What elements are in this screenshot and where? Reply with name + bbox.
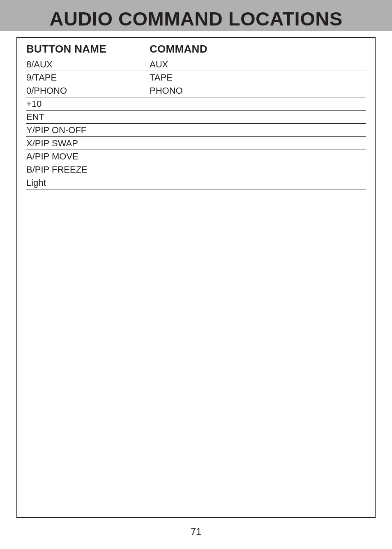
header-band: AUDIO COMMAND LOCATIONS	[0, 0, 392, 31]
table-row: +10	[26, 97, 366, 111]
table-row: X/PIP SWAP	[26, 137, 366, 150]
cell-button-name: A/PIP MOVE	[26, 151, 150, 162]
table-row: B/PIP FREEZE	[26, 163, 366, 176]
cell-command	[150, 112, 366, 122]
cell-button-name: 9/TAPE	[26, 72, 150, 83]
table-row: 9/TAPE TAPE	[26, 71, 366, 84]
table-row: 0/PHONO PHONO	[26, 84, 366, 97]
cell-command	[150, 151, 366, 162]
cell-command: PHONO	[150, 85, 366, 96]
table-header-row: BUTTON NAME COMMAND	[26, 43, 366, 55]
cell-command	[150, 138, 366, 149]
column-header-command: COMMAND	[150, 43, 366, 55]
content-frame: BUTTON NAME COMMAND 8/AUX AUX 9/TAPE TAP…	[16, 37, 376, 518]
cell-command: TAPE	[150, 72, 366, 83]
cell-command	[150, 99, 366, 109]
cell-command	[150, 178, 366, 188]
cell-button-name: +10	[26, 99, 150, 109]
page-number: 71	[0, 526, 392, 537]
cell-button-name: B/PIP FREEZE	[26, 164, 150, 175]
cell-command: AUX	[150, 59, 366, 70]
table-row: Light	[26, 176, 366, 189]
cell-button-name: ENT	[26, 112, 150, 122]
cell-button-name: Light	[26, 178, 150, 188]
cell-button-name: 0/PHONO	[26, 85, 150, 96]
column-header-button-name: BUTTON NAME	[26, 43, 150, 55]
table-row: Y/PIP ON-OFF	[26, 124, 366, 137]
cell-button-name: X/PIP SWAP	[26, 138, 150, 149]
cell-command	[150, 164, 366, 175]
cell-button-name: Y/PIP ON-OFF	[26, 125, 150, 136]
cell-command	[150, 125, 366, 136]
page-title: AUDIO COMMAND LOCATIONS	[0, 7, 392, 30]
table-row: A/PIP MOVE	[26, 150, 366, 163]
table-row: ENT	[26, 111, 366, 124]
table-row: 8/AUX AUX	[26, 58, 366, 71]
cell-button-name: 8/AUX	[26, 59, 150, 70]
